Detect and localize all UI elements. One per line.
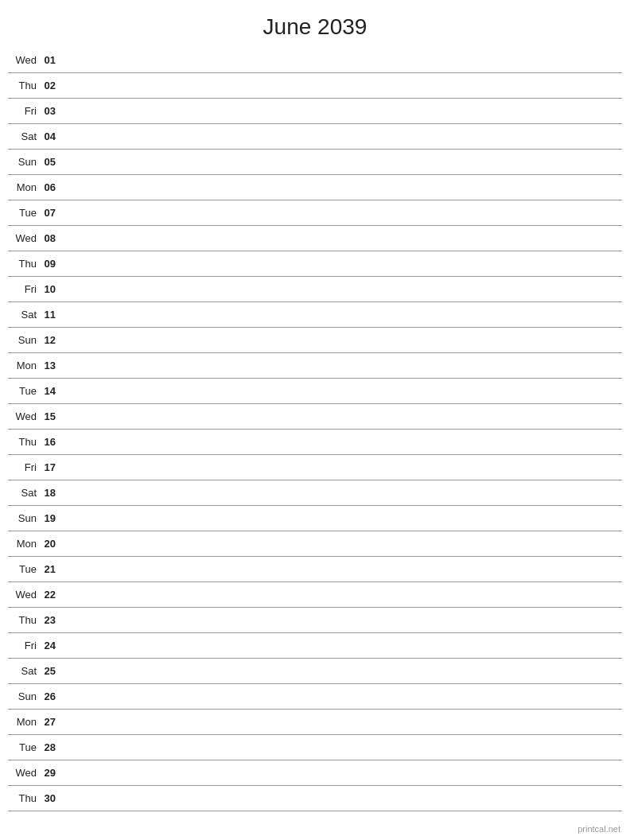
day-name: Thu xyxy=(8,436,40,448)
day-entry-line xyxy=(62,620,622,620)
day-name: Sun xyxy=(8,156,40,168)
day-number: 20 xyxy=(40,538,62,550)
day-number: 08 xyxy=(40,232,62,244)
day-entry-line xyxy=(62,441,622,442)
day-name: Mon xyxy=(8,360,40,371)
day-entry-line xyxy=(62,671,622,671)
day-row: Wed15 xyxy=(8,404,622,430)
day-name: Wed xyxy=(8,589,40,601)
day-name: Sun xyxy=(8,690,40,702)
day-number: 13 xyxy=(40,360,62,371)
day-number: 12 xyxy=(40,334,62,346)
day-entry-line xyxy=(62,518,622,519)
watermark: printcal.net xyxy=(578,824,620,834)
day-row: Wed01 xyxy=(8,48,622,73)
day-row: Wed29 xyxy=(8,760,622,786)
day-number: 09 xyxy=(40,258,62,270)
day-entry-line xyxy=(62,314,622,315)
day-entry-line xyxy=(62,696,622,697)
day-row: Sun19 xyxy=(8,506,622,531)
day-number: 19 xyxy=(40,512,62,524)
day-number: 29 xyxy=(40,767,62,779)
day-row: Fri24 xyxy=(8,633,622,659)
day-entry-line xyxy=(62,187,622,188)
day-row: Wed22 xyxy=(8,582,622,608)
day-number: 23 xyxy=(40,614,62,626)
day-name: Thu xyxy=(8,614,40,626)
day-name: Wed xyxy=(8,232,40,244)
day-row: Mon27 xyxy=(8,710,622,735)
day-name: Sat xyxy=(8,487,40,499)
day-number: 21 xyxy=(40,563,62,575)
day-name: Thu xyxy=(8,258,40,270)
day-entry-line xyxy=(62,543,622,544)
day-name: Tue xyxy=(8,741,40,753)
day-entry-line xyxy=(62,289,622,290)
day-name: Mon xyxy=(8,716,40,728)
day-entry-line xyxy=(62,391,622,391)
day-name: Mon xyxy=(8,538,40,550)
day-row: Tue21 xyxy=(8,557,622,582)
day-entry-line xyxy=(62,569,622,570)
day-name: Wed xyxy=(8,54,40,66)
day-entry-line xyxy=(62,798,622,799)
day-number: 11 xyxy=(40,309,62,321)
day-name: Wed xyxy=(8,767,40,779)
day-number: 02 xyxy=(40,80,62,91)
day-number: 28 xyxy=(40,741,62,753)
day-name: Fri xyxy=(8,283,40,295)
day-row: Thu02 xyxy=(8,73,622,99)
day-number: 06 xyxy=(40,181,62,193)
day-row: Tue14 xyxy=(8,379,622,404)
day-entry-line xyxy=(62,645,622,646)
day-number: 18 xyxy=(40,487,62,499)
day-number: 16 xyxy=(40,436,62,448)
page-title: June 2039 xyxy=(0,0,630,48)
day-row: Sat25 xyxy=(8,659,622,684)
day-name: Sun xyxy=(8,512,40,524)
day-row: Mon13 xyxy=(8,353,622,379)
day-entry-line xyxy=(62,365,622,366)
day-number: 15 xyxy=(40,410,62,422)
day-number: 25 xyxy=(40,665,62,677)
day-row: Sat04 xyxy=(8,124,622,150)
day-name: Fri xyxy=(8,461,40,473)
day-row: Mon06 xyxy=(8,175,622,200)
day-name: Sat xyxy=(8,665,40,677)
day-row: Thu09 xyxy=(8,251,622,277)
day-number: 01 xyxy=(40,54,62,66)
day-row: Tue07 xyxy=(8,200,622,226)
day-entry-line xyxy=(62,772,622,773)
day-row: Sun12 xyxy=(8,328,622,353)
day-row: Wed08 xyxy=(8,226,622,251)
day-name: Tue xyxy=(8,385,40,397)
day-name: Tue xyxy=(8,563,40,575)
day-row: Fri17 xyxy=(8,455,622,480)
day-entry-line xyxy=(62,111,622,111)
day-number: 17 xyxy=(40,461,62,473)
day-name: Wed xyxy=(8,410,40,422)
day-entry-line xyxy=(62,594,622,595)
day-number: 05 xyxy=(40,156,62,168)
day-entry-line xyxy=(62,747,622,748)
day-row: Tue28 xyxy=(8,735,622,760)
day-entry-line xyxy=(62,340,622,340)
day-name: Fri xyxy=(8,105,40,117)
day-number: 30 xyxy=(40,792,62,804)
day-entry-line xyxy=(62,416,622,417)
day-entry-line xyxy=(62,721,622,722)
day-number: 03 xyxy=(40,105,62,117)
day-number: 24 xyxy=(40,640,62,651)
day-entry-line xyxy=(62,161,622,162)
day-number: 10 xyxy=(40,283,62,295)
day-row: Sun26 xyxy=(8,684,622,710)
day-entry-line xyxy=(62,212,622,213)
day-name: Tue xyxy=(8,207,40,219)
day-entry-line xyxy=(62,238,622,239)
day-row: Fri03 xyxy=(8,99,622,124)
day-number: 27 xyxy=(40,716,62,728)
day-row: Sun05 xyxy=(8,150,622,175)
day-row: Thu16 xyxy=(8,430,622,455)
day-entry-line xyxy=(62,492,622,493)
day-row: Fri10 xyxy=(8,277,622,302)
